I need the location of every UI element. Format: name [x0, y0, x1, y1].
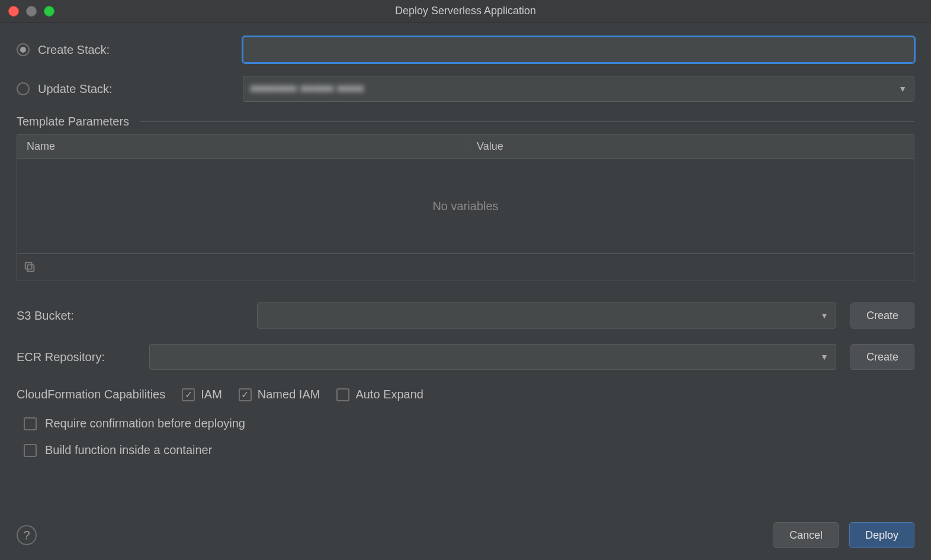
capabilities-label: CloudFormation Capabilities — [17, 388, 165, 401]
chevron-down-icon: ▼ — [820, 311, 829, 320]
column-value[interactable]: Value — [467, 140, 513, 153]
named-iam-checkbox[interactable] — [239, 388, 252, 401]
auto-expand-label: Auto Expand — [355, 388, 423, 401]
help-icon: ? — [23, 529, 30, 542]
help-button[interactable]: ? — [17, 525, 37, 545]
table-header: Name Value — [17, 135, 914, 159]
require-confirmation-checkbox[interactable] — [24, 417, 37, 430]
chevron-down-icon: ▼ — [898, 84, 907, 94]
require-confirmation-label: Require confirmation before deploying — [45, 417, 245, 430]
update-stack-radio[interactable] — [17, 82, 30, 95]
ecr-repository-label: ECR Repository: — [17, 350, 105, 364]
no-variables-text: No variables — [432, 199, 498, 213]
auto-expand-checkbox[interactable] — [336, 388, 349, 401]
window-controls — [8, 6, 54, 17]
template-parameters-label: Template Parameters — [17, 115, 129, 128]
minimize-window-button[interactable] — [26, 6, 37, 17]
svg-rect-1 — [25, 262, 32, 269]
named-iam-label: Named IAM — [258, 388, 320, 401]
update-stack-selected: ■■■■■■■ ■■■■■ ■■■■ — [251, 83, 364, 95]
ecr-repository-select[interactable]: ▼ — [149, 344, 836, 370]
create-stack-label: Create Stack: — [38, 43, 110, 57]
s3-bucket-select[interactable]: ▼ — [257, 302, 836, 329]
copy-icon[interactable] — [23, 260, 37, 275]
iam-label: IAM — [201, 388, 222, 401]
titlebar: Deploy Serverless Application — [0, 0, 931, 22]
cancel-button[interactable]: Cancel — [773, 522, 839, 548]
column-name[interactable]: Name — [17, 135, 467, 158]
update-stack-select[interactable]: ■■■■■■■ ■■■■■ ■■■■ ▼ — [243, 76, 914, 102]
create-s3-bucket-button[interactable]: Create — [850, 302, 914, 329]
deploy-button[interactable]: Deploy — [849, 522, 914, 548]
table-empty-state: No variables — [17, 159, 914, 253]
chevron-down-icon: ▼ — [820, 352, 829, 362]
separator — [140, 121, 914, 122]
create-stack-input[interactable] — [243, 37, 914, 63]
svg-rect-0 — [27, 265, 34, 271]
update-stack-label: Update Stack: — [38, 82, 113, 96]
create-ecr-repository-button[interactable]: Create — [850, 344, 914, 370]
template-parameters-table: Name Value No variables — [17, 134, 914, 281]
s3-bucket-label: S3 Bucket: — [17, 309, 74, 323]
template-parameters-header: Template Parameters — [17, 115, 914, 128]
iam-checkbox[interactable] — [182, 388, 195, 401]
build-container-label: Build function inside a container — [45, 443, 212, 457]
close-window-button[interactable] — [8, 6, 19, 17]
build-container-checkbox[interactable] — [24, 444, 37, 457]
zoom-window-button[interactable] — [44, 6, 54, 17]
window-title: Deploy Serverless Application — [395, 5, 536, 17]
table-toolbar — [17, 253, 914, 281]
create-stack-radio[interactable] — [17, 43, 30, 56]
